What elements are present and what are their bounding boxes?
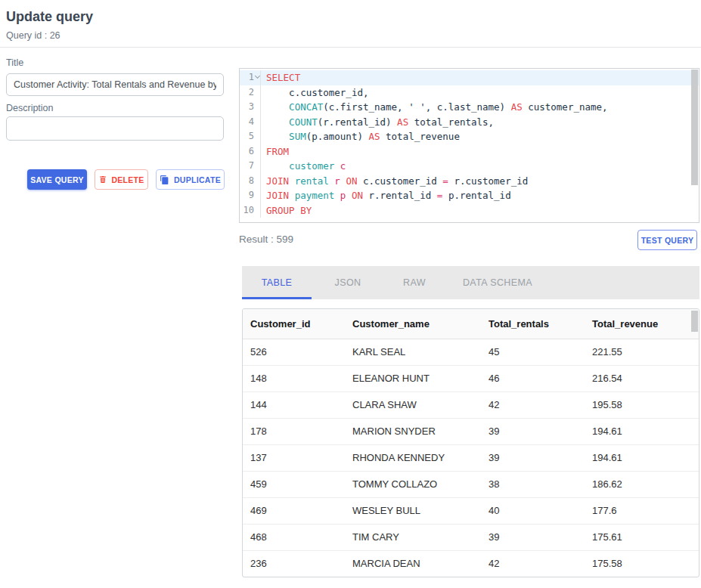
- table-cell: 175.58: [585, 550, 699, 577]
- code-line: 10GROUP BY: [240, 203, 699, 218]
- code-text: GROUP BY: [261, 203, 312, 218]
- line-number: 2: [240, 85, 261, 101]
- editor-scrollbar[interactable]: [691, 70, 698, 185]
- table-scrollbar[interactable]: [691, 311, 698, 332]
- sql-editor[interactable]: 1SELECT2 c.customer_id,3 CONCAT(c.first_…: [239, 68, 699, 223]
- code-text: SUM(p.amount) AS total_revenue: [261, 129, 460, 144]
- line-number: 1: [240, 70, 261, 85]
- copy-icon: [160, 175, 169, 185]
- code-text: JOIN payment p ON r.rental_id = p.rental…: [261, 188, 511, 203]
- code-line: 8JOIN rental r ON c.customer_id = r.cust…: [240, 174, 699, 189]
- table-cell: 469: [243, 497, 345, 524]
- table-cell: 194.61: [585, 418, 699, 444]
- results-table-panel: Customer_idCustomer_nameTotal_rentalsTot…: [242, 308, 699, 577]
- code-line: 6FROM: [240, 144, 699, 159]
- line-number: 10: [240, 203, 261, 218]
- table-cell: 40: [481, 497, 585, 524]
- test-query-button[interactable]: TEST QUERY: [637, 230, 697, 250]
- table-cell: TIM CARY: [345, 524, 481, 550]
- table-cell: 137: [243, 444, 345, 471]
- tab-raw[interactable]: RAW: [384, 266, 445, 299]
- table-cell: 148: [243, 365, 345, 391]
- table-cell: WESLEY BULL: [345, 497, 481, 524]
- description-label: Description: [6, 103, 54, 113]
- table-cell: 216.54: [585, 365, 699, 391]
- table-cell: 39: [481, 444, 585, 471]
- code-text: SELECT: [261, 70, 300, 85]
- code-text: customer c: [261, 159, 346, 174]
- table-cell: CLARA SHAW: [345, 391, 481, 418]
- table-cell: 186.62: [585, 471, 699, 497]
- tab-data-schema[interactable]: DATA SCHEMA: [445, 266, 551, 299]
- table-header-row: Customer_idCustomer_nameTotal_rentalsTot…: [243, 309, 699, 339]
- line-number: 3: [240, 100, 261, 115]
- code-line: 9JOIN payment p ON r.rental_id = p.renta…: [240, 188, 699, 203]
- table-row: 469WESLEY BULL40177.6: [243, 497, 699, 524]
- table-row: 137RHONDA KENNEDY39194.61: [243, 444, 699, 471]
- code-line: 3 CONCAT(c.first_name, ' ', c.last_name)…: [240, 100, 699, 115]
- tab-table[interactable]: TABLE: [242, 266, 312, 299]
- table-cell: 195.58: [585, 391, 699, 418]
- result-view-tabs: TABLEJSONRAWDATA SCHEMA: [242, 266, 699, 299]
- code-line: 1SELECT: [240, 70, 699, 85]
- table-cell: 526: [243, 339, 345, 365]
- column-header: Customer_name: [345, 309, 481, 339]
- table-cell: 38: [481, 471, 585, 497]
- description-input[interactable]: [6, 116, 224, 141]
- title-label: Title: [6, 57, 23, 68]
- save-query-label: SAVE QUERY: [30, 175, 84, 184]
- table-row: 459TOMMY COLLAZO38186.62: [243, 471, 699, 497]
- table-row: 236MARCIA DEAN42175.58: [243, 550, 699, 577]
- code-line: 2 c.customer_id,: [240, 85, 699, 101]
- save-query-button[interactable]: SAVE QUERY: [27, 169, 87, 190]
- title-input[interactable]: [6, 73, 224, 96]
- table-cell: RHONDA KENNEDY: [345, 444, 481, 471]
- duplicate-button[interactable]: DUPLICATE: [156, 169, 225, 190]
- chevron-down-icon[interactable]: [255, 74, 260, 79]
- table-row: 178MARION SNYDER39194.61: [243, 418, 699, 444]
- table-cell: 221.55: [585, 339, 699, 365]
- line-number: 4: [240, 115, 261, 130]
- table-cell: KARL SEAL: [345, 339, 481, 365]
- column-header: Total_revenue: [585, 309, 699, 339]
- tab-json[interactable]: JSON: [312, 266, 384, 299]
- code-line: 5 SUM(p.amount) AS total_revenue: [240, 129, 699, 144]
- delete-label: DELETE: [111, 175, 144, 184]
- update-query-page: Update query Query id : 26 Title Descrip…: [0, 0, 701, 588]
- code-text: c.customer_id,: [261, 85, 368, 101]
- table-cell: MARION SNYDER: [345, 418, 481, 444]
- table-cell: 175.61: [585, 524, 699, 550]
- table-cell: 42: [481, 391, 585, 418]
- duplicate-label: DUPLICATE: [174, 175, 221, 184]
- table-cell: 178: [243, 418, 345, 444]
- table-cell: MARCIA DEAN: [345, 550, 481, 577]
- table-cell: ELEANOR HUNT: [345, 365, 481, 391]
- code-line: 4 COUNT(r.rental_id) AS total_rentals,: [240, 115, 699, 130]
- delete-button[interactable]: DELETE: [95, 169, 148, 190]
- line-number: 7: [240, 159, 261, 174]
- header-divider: [0, 47, 701, 48]
- line-number: 9: [240, 188, 261, 203]
- table-row: 144CLARA SHAW42195.58: [243, 391, 699, 418]
- results-table: Customer_idCustomer_nameTotal_rentalsTot…: [243, 309, 699, 577]
- query-id-label: Query id : 26: [6, 30, 60, 41]
- code-line: 7 customer c: [240, 159, 699, 174]
- table-cell: 42: [481, 550, 585, 577]
- table-row: 468TIM CARY39175.61: [243, 524, 699, 550]
- table-cell: 177.6: [585, 497, 699, 524]
- column-header: Customer_id: [243, 309, 345, 339]
- code-text: JOIN rental r ON c.customer_id = r.custo…: [261, 174, 528, 189]
- table-cell: 39: [481, 418, 585, 444]
- table-cell: 194.61: [585, 444, 699, 471]
- table-cell: TOMMY COLLAZO: [345, 471, 481, 497]
- line-number: 5: [240, 129, 261, 144]
- table-cell: 144: [243, 391, 345, 418]
- trash-icon: [98, 175, 107, 184]
- table-cell: 39: [481, 524, 585, 550]
- sql-editor-lines: 1SELECT2 c.customer_id,3 CONCAT(c.first_…: [240, 69, 699, 218]
- table-cell: 459: [243, 471, 345, 497]
- line-number: 6: [240, 144, 261, 159]
- code-text: CONCAT(c.first_name, ' ', c.last_name) A…: [261, 100, 608, 115]
- table-row: 526KARL SEAL45221.55: [243, 339, 699, 365]
- table-cell: 236: [243, 550, 345, 577]
